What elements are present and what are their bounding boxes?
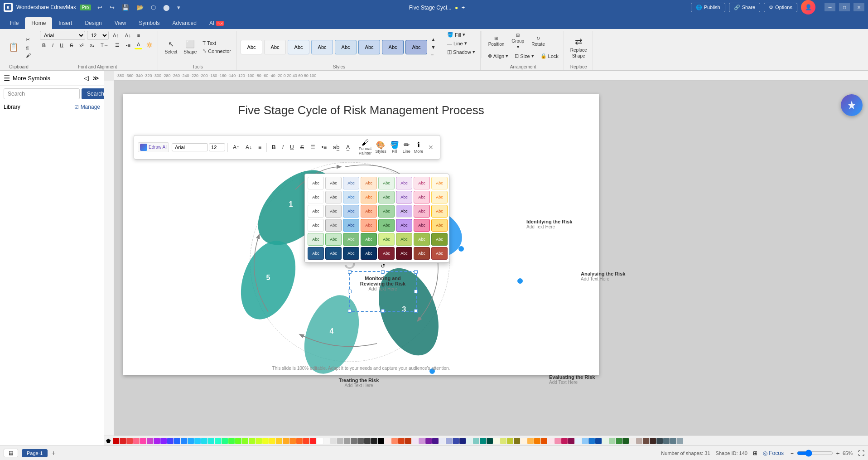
color-swatch[interactable] [222,438,228,444]
tab-advanced[interactable]: Advanced [166,17,203,29]
strikethrough-btn[interactable]: S [68,42,75,49]
style-cell-4-5[interactable]: Abc [378,219,395,232]
fmt-list-btn[interactable]: •≡ [319,143,329,152]
color-swatch[interactable] [561,438,568,444]
italic-btn[interactable]: I [50,42,56,49]
color-swatch[interactable] [650,438,656,444]
color-swatch[interactable] [622,438,629,444]
highlight-btn[interactable]: 🔆 [144,41,155,49]
share-file-btn[interactable]: ⬡ [148,3,159,12]
color-swatch[interactable] [289,438,296,444]
style-cell-1-3[interactable]: Abc [343,177,359,189]
color-swatch[interactable] [602,438,608,444]
style-cell-2-5[interactable]: Abc [378,191,395,203]
style-cell-6-5[interactable]: Abc [378,247,395,260]
tab-ai[interactable]: AI hot [203,17,230,29]
style-cell-6-6[interactable]: Abc [396,247,412,260]
color-swatch[interactable] [154,438,160,444]
minimize-btn[interactable]: ─ [825,3,835,11]
color-swatch[interactable] [378,438,384,444]
color-swatch[interactable] [228,438,235,444]
color-swatch[interactable] [412,438,418,444]
color-swatch[interactable] [507,438,513,444]
style-cell-1-5[interactable]: Abc [378,177,395,189]
color-swatch[interactable] [588,438,595,444]
page-dropdown-btn[interactable]: ▤ [4,449,18,457]
color-swatch[interactable] [636,438,642,444]
underline-btn[interactable]: U [58,42,66,49]
styles-group[interactable]: 🎨 Styles [374,139,388,155]
export-btn[interactable]: ⬤ [160,3,173,12]
color-swatch[interactable] [493,438,500,444]
style-sample-5[interactable]: Abc [335,40,357,54]
style-cell-6-3[interactable]: Abc [343,247,359,260]
color-swatch[interactable] [480,438,486,444]
color-swatch[interactable] [391,438,398,444]
style-cell-2-6[interactable]: Abc [396,191,412,203]
color-swatch[interactable] [371,438,377,444]
color-swatch[interactable] [174,438,180,444]
color-swatch[interactable] [514,438,520,444]
style-cell-5-1[interactable]: Abc [308,233,324,246]
list-btn[interactable]: ☰ [113,41,122,49]
color-swatch[interactable] [126,438,133,444]
tab-insert[interactable]: Insert [52,17,78,29]
style-cell-3-2[interactable]: Abc [325,205,342,218]
bold-btn[interactable]: B [40,42,48,49]
align-btn[interactable]: ≡ [135,32,142,39]
style-cell-4-4[interactable]: Abc [361,219,377,232]
style-sample-4[interactable]: Abc [311,40,333,54]
bullets-btn[interactable]: •≡ [124,42,133,49]
color-swatch[interactable] [235,438,241,444]
color-swatch[interactable] [609,438,615,444]
color-swatch[interactable] [473,438,479,444]
color-swatch[interactable] [215,438,221,444]
text-dir-btn[interactable]: T→ [98,42,111,49]
color-swatch[interactable] [466,438,473,444]
color-swatch[interactable] [351,438,357,444]
save-btn[interactable]: 💾 [119,3,132,12]
fmt-underline-btn[interactable]: U [287,143,297,152]
tab-view[interactable]: View [108,17,133,29]
color-swatch[interactable] [269,438,275,444]
color-swatch[interactable] [147,438,153,444]
fill-group[interactable]: 🪣 Fill [389,139,400,155]
style-cell-5-6[interactable]: Abc [396,233,412,246]
style-sample-1[interactable]: Abc [241,40,262,54]
color-swatch[interactable] [453,438,459,444]
close-btn[interactable]: ✕ [854,3,864,11]
paste-btn[interactable]: 📋 [5,40,23,54]
fmt-italic-btn[interactable]: I [280,143,286,152]
style-cell-4-2[interactable]: Abc [325,219,342,232]
style-cell-2-3[interactable]: Abc [343,191,359,203]
style-cell-1-7[interactable]: Abc [414,177,430,189]
share-btn[interactable]: 🔗 Share [729,3,760,12]
style-cell-6-4[interactable]: Abc [361,247,377,260]
style-cell-6-1[interactable]: Abc [308,247,324,260]
style-cell-4-8[interactable]: Abc [431,219,448,232]
text-btn[interactable]: T Text [200,39,233,47]
color-swatch[interactable] [487,438,493,444]
style-cell-5-5[interactable]: Abc [378,233,395,246]
replace-shape-btn[interactable]: ⇄ Replace Shape [568,34,590,60]
cut-btn[interactable]: ✂ [24,36,33,44]
color-swatch[interactable] [133,438,140,444]
fmt-highlight-btn[interactable]: ab̲ [330,143,342,152]
rotation-handle[interactable]: ↺ [381,263,385,269]
style-cell-5-7[interactable]: Abc [414,233,430,246]
tab-symbols[interactable]: Symbols [133,17,166,29]
style-sample-2[interactable]: Abc [264,40,286,54]
collapse-sidebar-btn[interactable]: ≫ [92,73,100,82]
color-swatch[interactable] [656,438,663,444]
color-swatch[interactable] [568,438,574,444]
style-cell-1-1[interactable]: Abc [308,177,324,189]
zoom-slider[interactable] [797,450,833,457]
style-cell-3-6[interactable]: Abc [396,205,412,218]
style-sample-6[interactable]: Abc [358,40,380,54]
line-btn[interactable]: — Line ▾ [445,39,469,47]
color-swatch[interactable] [208,438,214,444]
tab-design[interactable]: Design [78,17,108,29]
color-swatch[interactable] [283,438,289,444]
align-shapes-btn[interactable]: ⊜ Align ▾ [486,52,511,60]
style-cell-6-8[interactable]: Abc [431,247,448,260]
